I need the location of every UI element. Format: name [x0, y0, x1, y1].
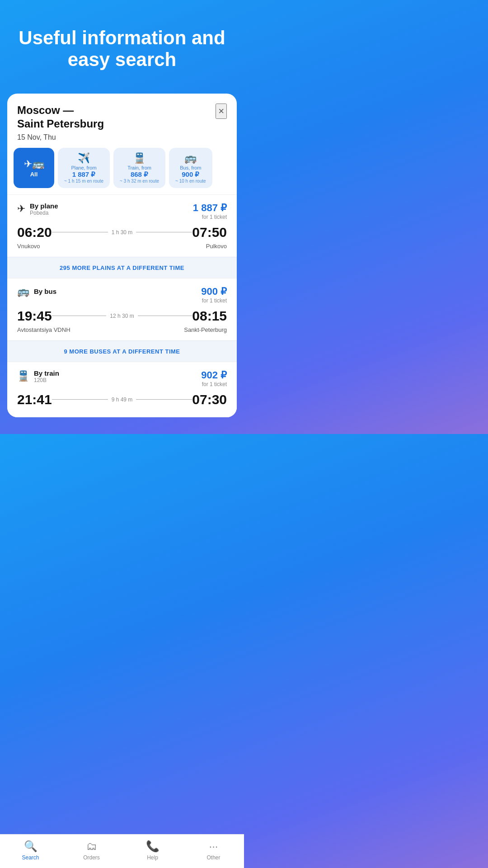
bus-transport-info: 🚌 By bus: [17, 286, 56, 297]
plane-result-row[interactable]: ✈ By plane Pobeda 1 887 ₽ for 1 ticket 0…: [7, 194, 237, 257]
route-date: 15 Nov, Thu: [17, 133, 104, 142]
plane-dep-station: Vnukovo: [17, 243, 40, 250]
bus-price-value: 900 ₽: [201, 286, 227, 297]
plane-result-icon: ✈: [17, 203, 25, 215]
hero-title: Useful information and easy search: [14, 27, 230, 71]
bus-labels: By bus: [34, 288, 56, 295]
bus-line-left: [52, 316, 107, 316]
filter-tabs: ✈🚌 All ✈️ Plane, from 1 887 ₽ ~ 1 h 15 m…: [7, 148, 237, 194]
route-from: Moscow —: [17, 104, 74, 116]
bus-arr-station: Sankt-Peterburg: [184, 326, 227, 333]
train-labels: By train 120B: [34, 369, 59, 383]
train-label: By train: [34, 369, 59, 377]
plane-station-row: Vnukovo Pulkovo: [17, 243, 227, 250]
plane-time-line: 1 h 30 m: [52, 229, 192, 236]
train-type: Train, from: [127, 165, 151, 170]
tab-all-label: All: [30, 171, 38, 178]
train-result-header: 🚆 By train 120B 902 ₽ for 1 ticket: [17, 369, 227, 387]
train-sublabel: 120B: [34, 377, 59, 383]
bus-dep-station: Avtostantsiya VDNH: [17, 326, 70, 333]
bus-dep-time: 19:45: [17, 308, 52, 324]
plane-dep-time: 06:20: [17, 225, 52, 240]
bus-price-block: 900 ₽ for 1 ticket: [201, 286, 227, 304]
tab-train[interactable]: 🚆 Train, from 868 ₽ ~ 3 h 32 m en route: [113, 148, 165, 188]
train-icon: 🚆: [133, 152, 145, 164]
all-icon: ✈🚌: [24, 158, 44, 170]
bus-line-right: [138, 316, 192, 316]
train-result-icon: 🚆: [17, 370, 29, 382]
bus-duration-label: 12 h 30 m: [106, 313, 137, 319]
plane-line-left: [52, 232, 108, 233]
train-price-value: 902 ₽: [201, 369, 227, 381]
plane-time-row: 06:20 1 h 30 m 07:50: [17, 225, 227, 240]
train-dep-time: 21:41: [17, 392, 52, 407]
train-transport-info: 🚆 By train 120B: [17, 369, 59, 383]
route-info: Moscow — Saint Petersburg 15 Nov, Thu: [17, 104, 104, 142]
plane-result-header: ✈ By plane Pobeda 1 887 ₽ for 1 ticket: [17, 202, 227, 220]
more-planes-text: 295 MORE PLAINS AT A DIFFERENT TIME: [60, 264, 184, 271]
train-result-row[interactable]: 🚆 By train 120B 902 ₽ for 1 ticket 21:41…: [7, 362, 237, 417]
plane-arr-station: Pulkovo: [206, 243, 227, 250]
more-planes-section[interactable]: 295 MORE PLAINS AT A DIFFERENT TIME: [7, 257, 237, 278]
bus-result-header: 🚌 By bus 900 ₽ for 1 ticket: [17, 286, 227, 304]
train-time-row: 21:41 9 h 49 m 07:30: [17, 392, 227, 407]
bus-type: Bus, from: [180, 165, 201, 170]
more-buses-text: 9 MORE BUSES AT A DIFFERENT TIME: [64, 348, 180, 355]
train-duration-label: 9 h 49 m: [108, 396, 136, 403]
bus-icon: 🚌: [184, 152, 197, 164]
bus-time-row: 19:45 12 h 30 m 08:15: [17, 308, 227, 324]
hero-section: Useful information and easy search: [0, 0, 244, 89]
plane-line-right: [136, 232, 192, 233]
bus-arr-time: 08:15: [192, 308, 227, 324]
plane-price: 1 887 ₽: [72, 170, 96, 179]
bus-station-row: Avtostantsiya VDNH Sankt-Peterburg: [17, 326, 227, 333]
plane-label: By plane: [30, 202, 58, 210]
bus-price: 900 ₽: [182, 170, 199, 179]
bus-duration: ~ 10 h en route: [175, 179, 206, 184]
train-price-block: 902 ₽ for 1 ticket: [201, 369, 227, 387]
plane-arr-time: 07:50: [192, 225, 227, 240]
route-title: Moscow — Saint Petersburg: [17, 104, 104, 131]
results-card: Moscow — Saint Petersburg 15 Nov, Thu × …: [7, 94, 237, 417]
bus-label: By bus: [34, 288, 56, 295]
tab-all[interactable]: ✈🚌 All: [14, 148, 54, 188]
plane-price-block: 1 887 ₽ for 1 ticket: [193, 202, 227, 220]
bus-price-sub: for 1 ticket: [201, 297, 227, 304]
plane-duration: ~ 1 h 15 m en route: [64, 179, 103, 184]
plane-price-sub: for 1 ticket: [193, 214, 227, 220]
card-header: Moscow — Saint Petersburg 15 Nov, Thu ×: [7, 94, 237, 148]
route-to: Saint Petersburg: [17, 118, 104, 130]
plane-price-value: 1 887 ₽: [193, 202, 227, 214]
plane-icon: ✈️: [78, 152, 90, 164]
train-duration: ~ 3 h 32 m en route: [120, 179, 159, 184]
plane-duration-label: 1 h 30 m: [108, 229, 136, 236]
tab-bus[interactable]: 🚌 Bus, from 900 ₽ ~ 10 h en route: [169, 148, 212, 188]
plane-type: Plane, from: [71, 165, 96, 170]
train-arr-time: 07:30: [192, 392, 227, 407]
train-line-right: [136, 399, 192, 400]
bus-result-icon: 🚌: [17, 286, 29, 297]
close-button[interactable]: ×: [216, 104, 227, 119]
train-time-line: 9 h 49 m: [52, 396, 192, 403]
train-price-sub: for 1 ticket: [201, 381, 227, 387]
bus-time-line: 12 h 30 m: [52, 313, 192, 319]
bus-result-row[interactable]: 🚌 By bus 900 ₽ for 1 ticket 19:45 12 h 3…: [7, 278, 237, 340]
more-buses-section[interactable]: 9 MORE BUSES AT A DIFFERENT TIME: [7, 340, 237, 362]
plane-sublabel: Pobeda: [30, 210, 58, 216]
train-price: 868 ₽: [131, 170, 148, 179]
tab-plane[interactable]: ✈️ Plane, from 1 887 ₽ ~ 1 h 15 m en rou…: [58, 148, 110, 188]
plane-labels: By plane Pobeda: [30, 202, 58, 216]
train-line-left: [52, 399, 108, 400]
plane-transport-info: ✈ By plane Pobeda: [17, 202, 58, 216]
